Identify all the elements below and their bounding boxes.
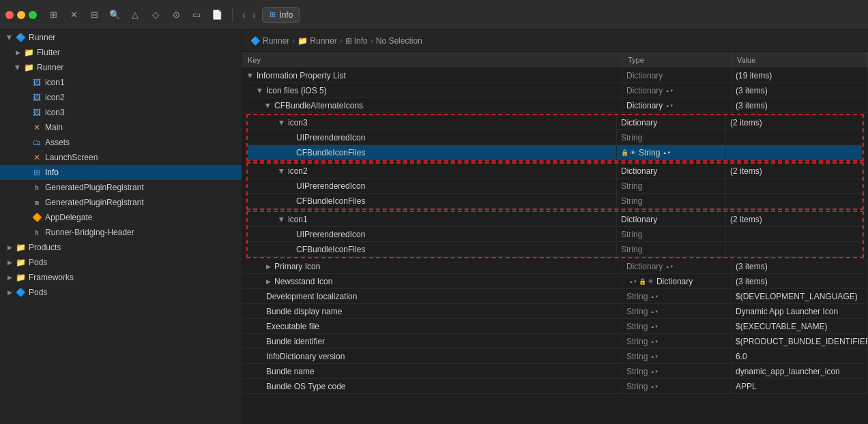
sidebar-item-icon1[interactable]: ▶ 🖼 icon1 xyxy=(0,75,242,90)
chevron-frameworks: ▶ xyxy=(5,273,14,282)
type-label: Dictionary xyxy=(621,118,657,127)
key-cell: ▶ Information Property List xyxy=(242,68,622,82)
info-tab-icon: ⊞ xyxy=(270,10,276,19)
key-cell: ▶ CFBundleIconFiles xyxy=(248,145,617,160)
table-row[interactable]: ▶ CFBundleIconFiles String ← xyxy=(248,194,863,209)
icon2-icon: 🖼 xyxy=(31,92,42,103)
table-row[interactable]: ▶ CFBundleAlternateIcons Dictionary ▲▼ (… xyxy=(242,98,868,113)
grid-btn[interactable]: ⊞ xyxy=(45,7,61,23)
diamond-btn[interactable]: ◇ xyxy=(147,7,164,23)
sidebar: ▶ 🔷 Runner ▶ 📁 Flutter ▶ 📁 Runner ▶ 🖼 ic… xyxy=(0,30,242,424)
doc-btn[interactable]: 📄 xyxy=(209,7,225,23)
search-btn[interactable]: 🔍 xyxy=(106,7,123,23)
sidebar-item-icon2[interactable]: ▶ 🖼 icon2 xyxy=(0,90,242,105)
table-row[interactable]: ▶ InfoDictionary version String ▲▼ 6.0 xyxy=(242,349,868,364)
sidebar-item-icon3[interactable]: ▶ 🖼 icon3 xyxy=(0,105,242,120)
close-btn[interactable] xyxy=(5,11,14,19)
maximize-btn[interactable] xyxy=(29,11,37,19)
key-cell: ▶ UIPrerenderedIcon xyxy=(248,227,617,241)
sidebar-item-runner-root[interactable]: ▶ 🔷 Runner xyxy=(0,30,242,45)
row-chevron: ▶ xyxy=(264,277,272,286)
hierarchy-btn[interactable]: ⊟ xyxy=(86,7,102,23)
nav-forward[interactable]: › xyxy=(250,8,259,22)
col-key: Key xyxy=(242,52,622,67)
sidebar-item-gpr-h[interactable]: ▶ h GeneratedPluginRegistrant xyxy=(0,180,242,195)
table-row[interactable]: ▶ Executable file String ▲▼ $(EXECUTABLE… xyxy=(242,319,868,334)
table-row[interactable]: ▶ icon3 Dictionary (2 items) xyxy=(248,115,863,130)
table-row[interactable]: ▶ CFBundleIconFiles 🔒 👁 String ▲▼ ← xyxy=(248,145,863,160)
value-cell: (3 items) xyxy=(732,274,868,288)
diff-btn[interactable]: ⊙ xyxy=(168,7,184,23)
row-chevron: ▶ xyxy=(264,102,272,110)
chevron-products: ▶ xyxy=(5,243,14,252)
stepper[interactable]: ▲▼ xyxy=(650,339,659,344)
sidebar-item-runner-child[interactable]: ▶ 📁 Runner xyxy=(0,60,242,75)
type-label: String xyxy=(626,322,648,331)
table-row[interactable]: ▶ Bundle identifier String ▲▼ $(PRODUCT_… xyxy=(242,334,868,349)
bc-nosel-label: No Selection xyxy=(376,36,422,46)
chevron-runner-root: ▶ xyxy=(5,33,14,42)
stepper[interactable]: ▲▼ xyxy=(650,294,659,299)
stepper[interactable]: ▲▼ xyxy=(665,104,674,108)
eye-icon: 👁 xyxy=(630,149,636,156)
value-cell: 6.0 xyxy=(732,349,868,363)
sidebar-item-bridging[interactable]: ▶ h Runner-Bridging-Header xyxy=(0,225,242,240)
sidebar-item-pods-app[interactable]: ▶ 🔷 Pods xyxy=(0,285,242,300)
type-cell: String xyxy=(617,227,726,241)
nav-arrows: ‹ › xyxy=(240,8,258,22)
stepper[interactable]: ▲▼ xyxy=(650,324,659,329)
table-row[interactable]: ▶ icon2 Dictionary (2 items) xyxy=(248,164,863,179)
table-row[interactable]: ▶ Development localization String ▲▼ $(D… xyxy=(242,289,868,304)
sidebar-item-info[interactable]: ▶ ⊞ Info xyxy=(0,165,242,180)
sidebar-item-gpr-m[interactable]: ▶ m GeneratedPluginRegistrant xyxy=(0,195,242,210)
stepper[interactable]: ▲▼ xyxy=(650,369,659,374)
table-row[interactable]: ▶ UIPrerenderedIcon String xyxy=(248,179,863,194)
value-label: $(EXECUTABLE_NAME) xyxy=(736,322,827,331)
sidebar-item-frameworks[interactable]: ▶ 📁 Frameworks xyxy=(0,270,242,285)
type-cell: Dictionary ▲▼ xyxy=(622,259,732,273)
type-label: Dictionary xyxy=(626,101,663,110)
table-row[interactable]: ▶ Bundle display name String ▲▼ Dynamic … xyxy=(242,304,868,319)
type-label: String xyxy=(621,133,642,142)
sidebar-item-products[interactable]: ▶ 📁 Products xyxy=(0,240,242,255)
warning-btn[interactable]: △ xyxy=(127,7,143,23)
sidebar-item-launchscreen[interactable]: ▶ ✕ LaunchScreen xyxy=(0,150,242,165)
table-row[interactable]: ▶ Bundle OS Type code String ▲▼ APPL xyxy=(242,379,868,394)
sidebar-item-main[interactable]: ▶ ✕ Main xyxy=(0,120,242,135)
table-row[interactable]: ▶ Icon files (iOS 5) Dictionary ▲▼ (3 it… xyxy=(242,83,868,98)
sidebar-item-flutter[interactable]: ▶ 📁 Flutter xyxy=(0,45,242,60)
stepper[interactable]: ▲▼ xyxy=(665,264,674,269)
info-tab[interactable]: ⊞ Info xyxy=(262,7,300,23)
runner-child-label: Runner xyxy=(37,63,63,72)
stepper[interactable]: ▲▼ xyxy=(650,309,659,314)
nav-back[interactable]: ‹ xyxy=(240,8,248,22)
type-cell: Dictionary xyxy=(617,212,726,226)
table-row[interactable]: ▶ CFBundleIconFiles String ← xyxy=(248,242,863,257)
type-cell: String xyxy=(617,242,726,256)
stepper[interactable]: ▲▼ xyxy=(665,89,674,93)
col-type-label: Type xyxy=(628,56,644,64)
table-row[interactable]: ▶ Bundle name String ▲▼ dynamic_app_laun… xyxy=(242,364,868,379)
type-cell: String ▲▼ xyxy=(622,364,732,378)
stepper[interactable]: ▲▼ xyxy=(629,279,637,284)
value-label: $(DEVELOPMENT_LANGUAGE) xyxy=(736,292,858,301)
sidebar-item-assets[interactable]: ▶ 🗂 Assets xyxy=(0,135,242,150)
table-row[interactable]: ▶ Primary Icon Dictionary ▲▼ (3 items) xyxy=(242,259,868,274)
table-row[interactable]: ▶ icon1 Dictionary (2 items) xyxy=(248,212,863,227)
table-row[interactable]: ▶ UIPrerenderedIcon String xyxy=(248,227,863,242)
stepper[interactable]: ▲▼ xyxy=(650,384,659,389)
sidebar-item-appdelegate[interactable]: ▶ 🔶 AppDelegate xyxy=(0,210,242,225)
table-row[interactable]: ▶ Information Property List Dictionary (… xyxy=(242,68,868,83)
sidebar-item-pods-folder[interactable]: ▶ 📁 Pods xyxy=(0,255,242,270)
stepper[interactable]: ▲▼ xyxy=(650,354,659,359)
key-label: CFBundleAlternateIcons xyxy=(274,101,363,110)
speech-btn[interactable]: ▭ xyxy=(188,7,205,23)
stepper[interactable]: ▲▼ xyxy=(663,151,671,155)
table-row[interactable]: ▶ Newsstand Icon ▲▼ 🔒 👁 Dictionary (3 it… xyxy=(242,274,868,289)
bridging-label: Runner-Bridging-Header xyxy=(45,228,134,237)
table-row[interactable]: ▶ UIPrerenderedIcon String xyxy=(248,130,863,145)
key-label: CFBundleIconFiles xyxy=(296,245,365,254)
close-tab-btn[interactable]: ✕ xyxy=(66,7,82,23)
minimize-btn[interactable] xyxy=(17,11,25,19)
breadcrumb-runner-root: 🔷 Runner xyxy=(250,36,289,46)
